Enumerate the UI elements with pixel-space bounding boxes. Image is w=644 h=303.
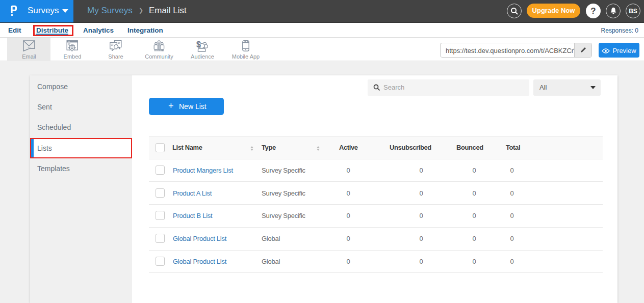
svg-text:$: $ xyxy=(196,40,201,49)
